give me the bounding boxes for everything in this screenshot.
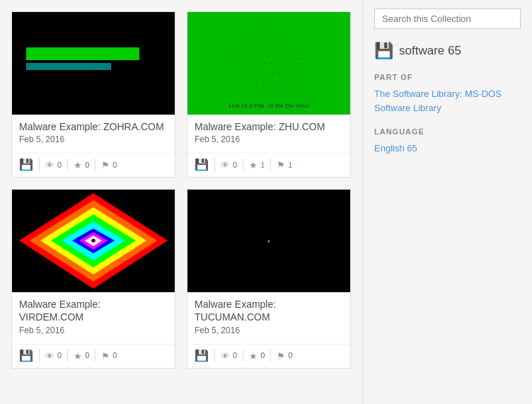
thumbnail-virdem[interactable] (12, 190, 175, 292)
fav-count-virdem: 0 (85, 351, 89, 359)
flag-icon-zohra (101, 158, 110, 171)
part-of-label: PART OF (374, 73, 521, 81)
view-count-tucuman: 0 (233, 351, 237, 359)
card-title-zohra[interactable]: Malware Example: ZOHRA.COM (19, 120, 168, 133)
save-action-zhu[interactable]: 💾 (195, 158, 215, 171)
fav-action-zohra[interactable]: 0 (68, 158, 96, 171)
card-info-zhu: Malware Example: ZHU.COM Feb 5, 2016 (187, 115, 350, 153)
view-count-virdem: 0 (57, 351, 62, 359)
heart-pattern: · · · · · · · · · · · · · · · · · · · · … (238, 23, 299, 103)
collection-title: software 65 (399, 44, 461, 58)
fav-count-tucuman: 0 (260, 351, 265, 359)
collection-header: 💾 software 65 (374, 42, 521, 60)
card-zhu: · · · · · · · · · · · · · · · · · · · · … (187, 11, 351, 178)
fav-action-zhu[interactable]: 1 (243, 158, 271, 171)
floppy-icon-zhu: 💾 (195, 158, 209, 171)
card-info-tucuman: Malware Example: TUCUMAN.COM Feb 5, 2016 (187, 292, 350, 343)
eye-icon-zhu (221, 158, 230, 171)
card-date-zohra: Feb 5, 2016 (19, 134, 168, 144)
language-label: LANGUAGE (374, 127, 521, 136)
save-action-zohra[interactable]: 💾 (19, 158, 40, 171)
view-count-zohra: 0 (57, 161, 62, 169)
view-action-tucuman[interactable]: 0 (215, 350, 243, 362)
card-title-tucuman[interactable]: Malware Example: TUCUMAN.COM (195, 298, 343, 323)
flag-action-zohra[interactable]: 0 (96, 158, 122, 171)
fav-count-zohra: 0 (85, 161, 89, 169)
language-section: LANGUAGE English 65 (374, 127, 521, 154)
view-count-zhu: 0 (233, 161, 237, 169)
card-actions-tucuman: 💾 0 0 0 (187, 344, 350, 368)
save-action-tucuman[interactable]: 💾 (195, 349, 215, 362)
card-tucuman: Malware Example: TUCUMAN.COM Feb 5, 2016… (187, 189, 351, 368)
card-date-virdem: Feb 5, 2016 (19, 325, 168, 335)
main-content: Malware Example: ZOHRA.COM Feb 5, 2016 💾… (0, 0, 362, 404)
fav-action-tucuman[interactable]: 0 (243, 350, 271, 362)
flag-action-virdem[interactable]: 0 (96, 350, 122, 362)
star-icon-zohra (74, 158, 82, 171)
view-action-zhu[interactable]: 0 (215, 158, 243, 171)
card-actions-zhu: 💾 0 1 1 (187, 153, 350, 177)
collection-floppy-icon: 💾 (374, 42, 393, 60)
cards-grid: Malware Example: ZOHRA.COM Feb 5, 2016 💾… (11, 11, 351, 369)
flag-action-tucuman[interactable]: 0 (271, 350, 298, 362)
flag-icon-tucuman (277, 350, 285, 362)
fav-action-virdem[interactable]: 0 (68, 350, 96, 362)
thumbnail-zohra[interactable] (12, 12, 175, 115)
thumbnail-tucuman[interactable] (187, 190, 350, 292)
flag-count-virdem: 0 (112, 351, 117, 359)
flag-count-zohra: 0 (112, 161, 117, 169)
svg-rect-10 (92, 239, 95, 242)
part-of-link-software-library[interactable]: Software Library (374, 101, 521, 115)
save-action-virdem[interactable]: 💾 (19, 349, 40, 362)
sidebar: 💾 software 65 PART OF The Software Libra… (362, 0, 532, 404)
star-icon-zhu (249, 158, 258, 171)
thumbnail-zhu[interactable]: · · · · · · · · · · · · · · · · · · · · … (187, 12, 350, 115)
floppy-icon-virdem: 💾 (19, 349, 33, 362)
flag-count-tucuman: 0 (288, 351, 292, 359)
card-actions-zohra: 💾 0 0 0 (12, 153, 175, 177)
star-icon-tucuman (249, 350, 258, 362)
language-link-english[interactable]: English 65 (374, 143, 417, 154)
virdem-svg (12, 190, 175, 292)
card-actions-virdem: 💾 0 0 0 (12, 344, 175, 368)
eye-icon-virdem (45, 350, 54, 362)
card-info-zohra: Malware Example: ZOHRA.COM Feb 5, 2016 (12, 115, 175, 153)
card-date-zhu: Feb 5, 2016 (195, 134, 343, 144)
card-zohra: Malware Example: ZOHRA.COM Feb 5, 2016 💾… (11, 11, 175, 178)
view-action-virdem[interactable]: 0 (40, 350, 68, 362)
flag-action-zhu[interactable]: 1 (271, 158, 298, 171)
eye-icon-tucuman (221, 350, 230, 362)
zhu-subtitle: Line V1.0 Feb. 16 the Zhu Virus (187, 103, 350, 109)
card-title-zhu[interactable]: Malware Example: ZHU.COM (195, 120, 343, 133)
flag-icon-virdem (101, 350, 110, 362)
part-of-link-msdos[interactable]: The Software Library: MS-DOS (374, 87, 521, 101)
flag-icon-zhu (277, 158, 285, 171)
search-input[interactable] (374, 8, 521, 29)
view-action-zohra[interactable]: 0 (40, 158, 68, 171)
page-layout: Malware Example: ZOHRA.COM Feb 5, 2016 💾… (0, 0, 532, 404)
tucuman-dot (268, 240, 270, 242)
floppy-icon-zohra: 💾 (19, 158, 33, 171)
card-info-virdem: Malware Example: VIRDEM.COM Feb 5, 2016 (12, 292, 175, 343)
eye-icon-zohra (45, 158, 54, 171)
part-of-section: PART OF The Software Library: MS-DOS Sof… (374, 73, 521, 115)
card-title-virdem[interactable]: Malware Example: VIRDEM.COM (19, 298, 168, 323)
card-date-tucuman: Feb 5, 2016 (195, 325, 343, 335)
star-icon-virdem (74, 350, 82, 362)
card-virdem: Malware Example: VIRDEM.COM Feb 5, 2016 … (11, 189, 175, 368)
floppy-icon-tucuman: 💾 (195, 349, 209, 362)
flag-count-zhu: 1 (288, 161, 292, 169)
fav-count-zhu: 1 (260, 161, 265, 169)
